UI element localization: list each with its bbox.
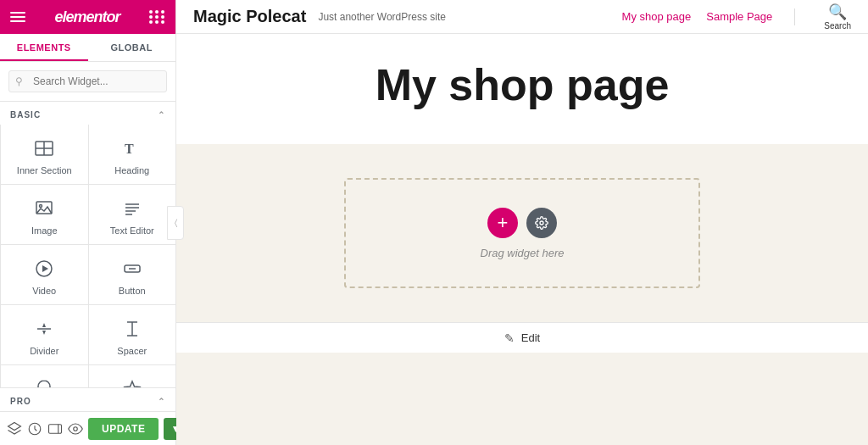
site-brand: Magic Polecat <box>193 7 306 26</box>
top-nav-search-button[interactable]: 🔍 Search <box>824 3 851 31</box>
edit-icon: ✎ <box>504 331 515 345</box>
heading-icon: T <box>120 136 144 160</box>
section-settings-button[interactable] <box>526 208 557 238</box>
top-nav: Magic Polecat Just another WordPress sit… <box>176 0 868 34</box>
widget-text-editor[interactable]: Text Editor <box>88 185 176 245</box>
pro-section-header: PRO ⌃ <box>0 387 175 411</box>
inner-section-icon <box>32 136 56 160</box>
responsive-icon[interactable] <box>47 417 63 441</box>
update-button[interactable]: UPDATE <box>88 418 159 440</box>
hamburger-menu-icon[interactable] <box>10 12 25 22</box>
google-maps-icon <box>32 377 56 387</box>
widget-search-container: ⚲ <box>0 62 175 102</box>
svg-marker-21 <box>125 381 140 387</box>
widget-inner-section-label: Inner Section <box>17 165 72 175</box>
search-icon: 🔍 <box>828 3 847 21</box>
add-widget-button[interactable]: + <box>487 208 518 238</box>
divider-icon <box>32 317 56 341</box>
sidebar-collapse-handle[interactable]: 〈 <box>167 206 184 240</box>
widget-google-maps[interactable]: Google Maps <box>0 365 88 387</box>
main-content: Magic Polecat Just another WordPress sit… <box>176 0 868 445</box>
pro-section-collapse-icon[interactable]: ⌃ <box>158 397 165 406</box>
widget-divider[interactable]: Divider <box>0 305 88 365</box>
text-editor-icon <box>120 197 144 220</box>
widget-spacer-label: Spacer <box>117 346 147 356</box>
svg-point-27 <box>540 221 543 225</box>
widget-heading-label: Heading <box>114 165 149 175</box>
drop-zone[interactable]: + Drag widget here <box>344 178 700 288</box>
basic-section-collapse-icon[interactable]: ⌃ <box>158 110 165 120</box>
page-canvas: My shop page + Drag widget here ✎ Edit <box>176 34 868 445</box>
sidebar-tabs: ELEMENTS GLOBAL <box>0 34 175 62</box>
widget-button-label: Button <box>119 286 146 296</box>
edit-bar[interactable]: ✎ Edit <box>176 322 868 353</box>
widget-text-editor-label: Text Editor <box>110 225 154 236</box>
drop-zone-label: Drag widget here <box>481 247 565 259</box>
svg-rect-24 <box>49 424 62 433</box>
widget-button[interactable]: Button <box>88 245 176 305</box>
svg-point-26 <box>74 426 78 431</box>
widget-video[interactable]: Video <box>0 245 88 305</box>
pro-section-label: PRO <box>10 397 31 406</box>
svg-marker-22 <box>8 422 21 430</box>
widget-grid: Inner Section T Heading Image Text Edito… <box>0 125 175 387</box>
sidebar-header: elementor <box>0 0 175 34</box>
widget-heading[interactable]: T Heading <box>88 125 176 185</box>
tab-elements[interactable]: ELEMENTS <box>0 34 88 61</box>
tab-global[interactable]: GLOBAL <box>88 34 176 61</box>
sidebar-bottom-bar: UPDATE ▼ <box>0 411 175 445</box>
svg-marker-11 <box>42 265 48 272</box>
button-icon <box>120 257 144 281</box>
svg-marker-15 <box>42 323 46 327</box>
svg-point-5 <box>40 205 42 208</box>
widget-inner-section[interactable]: Inner Section <box>0 125 88 185</box>
widget-video-label: Video <box>32 286 56 296</box>
history-icon[interactable] <box>27 417 42 441</box>
search-icon: ⚲ <box>15 75 23 87</box>
search-label: Search <box>824 21 851 31</box>
spacer-icon <box>120 317 144 341</box>
nav-link-shop[interactable]: My shop page <box>622 10 692 23</box>
site-tagline: Just another WordPress site <box>318 11 446 23</box>
nav-divider <box>794 8 795 25</box>
drop-zone-buttons: + <box>487 208 557 238</box>
widget-divider-label: Divider <box>30 346 58 356</box>
apps-grid-icon[interactable] <box>149 10 165 24</box>
eye-icon[interactable] <box>68 417 83 441</box>
page-body-section: + Drag widget here <box>176 144 868 322</box>
svg-text:T: T <box>125 142 134 156</box>
elementor-logo: elementor <box>54 8 120 26</box>
edit-label: Edit <box>521 331 540 344</box>
basic-section-label: BASIC <box>10 110 41 120</box>
widget-spacer[interactable]: Spacer <box>88 305 176 365</box>
image-icon <box>32 197 56 220</box>
widget-icon[interactable]: Icon <box>88 365 176 387</box>
svg-marker-16 <box>42 331 46 335</box>
widget-image[interactable]: Image <box>0 185 88 245</box>
top-nav-links: My shop page Sample Page 🔍 Search <box>622 3 851 31</box>
icon-widget-icon <box>120 377 144 387</box>
sidebar: elementor ELEMENTS GLOBAL ⚲ BASIC ⌃ Inne… <box>0 0 176 445</box>
page-heading: My shop page <box>210 59 834 110</box>
widget-image-label: Image <box>31 225 58 236</box>
layers-icon[interactable] <box>7 417 22 441</box>
video-icon <box>32 257 56 281</box>
widget-search-input[interactable] <box>8 70 167 92</box>
page-header-section: My shop page <box>176 34 868 144</box>
basic-section-header: BASIC ⌃ <box>0 102 175 125</box>
nav-link-sample[interactable]: Sample Page <box>706 10 772 23</box>
